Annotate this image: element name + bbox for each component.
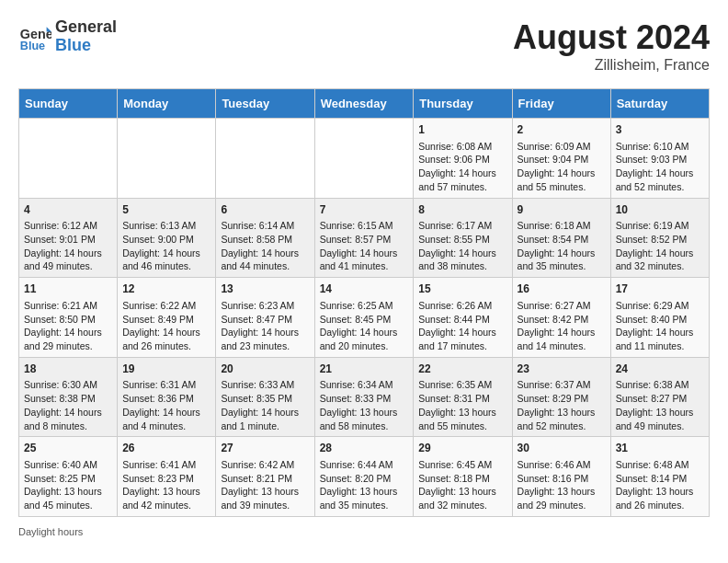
day-number: 8: [418, 202, 506, 218]
day-info: Sunrise: 6:37 AM: [518, 378, 606, 392]
logo-icon: General Blue: [18, 20, 51, 53]
day-info: Sunrise: 6:19 AM: [616, 219, 704, 233]
day-number: 21: [320, 362, 409, 377]
day-info: Sunrise: 6:13 AM: [122, 219, 210, 233]
day-number: 5: [122, 202, 210, 218]
calendar-cell: 15Sunrise: 6:26 AMSunset: 8:44 PMDayligh…: [414, 278, 512, 358]
calendar-cell: 5Sunrise: 6:13 AMSunset: 9:00 PMDaylight…: [118, 198, 216, 278]
day-info: Daylight: 13 hours and 58 minutes.: [320, 406, 409, 432]
calendar-cell: 31Sunrise: 6:48 AMSunset: 8:14 PMDayligh…: [610, 437, 709, 517]
calendar-cell: 28Sunrise: 6:44 AMSunset: 8:20 PMDayligh…: [314, 437, 414, 517]
day-info: Daylight: 14 hours and 52 minutes.: [616, 167, 704, 193]
calendar-cell: 26Sunrise: 6:41 AMSunset: 8:23 PMDayligh…: [118, 437, 216, 517]
day-number: 26: [122, 441, 210, 456]
day-info: Sunset: 8:25 PM: [24, 472, 112, 486]
day-info: Sunset: 9:06 PM: [418, 153, 506, 167]
day-info: Sunset: 8:14 PM: [616, 472, 704, 486]
calendar-cell: [314, 119, 414, 199]
calendar-cell: 12Sunrise: 6:22 AMSunset: 8:49 PMDayligh…: [118, 278, 216, 358]
calendar-cell: 7Sunrise: 6:15 AMSunset: 8:57 PMDaylight…: [314, 198, 414, 278]
day-info: Sunset: 8:16 PM: [518, 472, 606, 486]
calendar-cell: 17Sunrise: 6:29 AMSunset: 8:40 PMDayligh…: [610, 278, 709, 358]
day-info: Sunset: 8:38 PM: [24, 392, 112, 406]
day-number: 10: [616, 202, 704, 218]
day-info: Sunset: 9:03 PM: [616, 153, 704, 167]
day-info: Sunrise: 6:29 AM: [616, 299, 704, 313]
day-info: Sunset: 8:57 PM: [320, 233, 409, 247]
day-info: Sunset: 8:21 PM: [221, 472, 309, 486]
day-number: 16: [518, 282, 606, 297]
day-info: Daylight: 14 hours and 38 minutes.: [418, 247, 506, 273]
calendar-cell: 22Sunrise: 6:35 AMSunset: 8:31 PMDayligh…: [414, 357, 512, 437]
calendar-cell: 6Sunrise: 6:14 AMSunset: 8:58 PMDaylight…: [216, 198, 314, 278]
day-info: Sunset: 8:27 PM: [616, 392, 704, 406]
day-info: Sunrise: 6:35 AM: [418, 378, 506, 392]
day-number: 22: [418, 362, 506, 377]
day-info: Daylight: 14 hours and 17 minutes.: [418, 326, 506, 352]
day-info: Sunrise: 6:38 AM: [616, 378, 704, 392]
day-info: Daylight: 14 hours and 1 minute.: [221, 406, 309, 432]
day-info: Sunrise: 6:44 AM: [320, 458, 409, 472]
calendar-cell: 20Sunrise: 6:33 AMSunset: 8:35 PMDayligh…: [216, 357, 314, 437]
day-info: Sunset: 8:33 PM: [320, 392, 409, 406]
day-info: Sunrise: 6:21 AM: [24, 299, 112, 313]
title-block: August 2024 Zillisheim, France: [513, 18, 710, 74]
day-number: 9: [518, 202, 606, 218]
day-number: 6: [221, 202, 309, 218]
day-info: Daylight: 13 hours and 35 minutes.: [320, 485, 409, 511]
day-info: Sunset: 8:47 PM: [221, 313, 309, 327]
day-info: Sunrise: 6:23 AM: [221, 299, 309, 313]
day-info: Sunrise: 6:18 AM: [518, 219, 606, 233]
calendar-cell: 16Sunrise: 6:27 AMSunset: 8:42 PMDayligh…: [512, 278, 610, 358]
day-info: Daylight: 13 hours and 55 minutes.: [418, 406, 506, 432]
day-info: Sunrise: 6:31 AM: [122, 378, 210, 392]
svg-text:Blue: Blue: [20, 40, 45, 52]
day-info: Sunset: 8:52 PM: [616, 233, 704, 247]
page-title: August 2024: [513, 18, 710, 57]
day-info: Sunset: 9:04 PM: [518, 153, 606, 167]
calendar-cell: 1Sunrise: 6:08 AMSunset: 9:06 PMDaylight…: [414, 119, 512, 199]
footer: Daylight hours: [18, 526, 710, 537]
calendar-cell: 30Sunrise: 6:46 AMSunset: 8:16 PMDayligh…: [512, 437, 610, 517]
day-info: Daylight: 14 hours and 4 minutes.: [122, 406, 210, 432]
day-info: Sunset: 8:35 PM: [221, 392, 309, 406]
day-number: 31: [616, 441, 704, 456]
calendar-cell: 2Sunrise: 6:09 AMSunset: 9:04 PMDaylight…: [512, 119, 610, 199]
header-tuesday: Tuesday: [216, 89, 314, 119]
logo: General Blue General Blue: [18, 18, 117, 55]
day-info: Sunrise: 6:10 AM: [616, 140, 704, 154]
calendar-cell: 3Sunrise: 6:10 AMSunset: 9:03 PMDaylight…: [610, 119, 709, 199]
calendar-cell: 24Sunrise: 6:38 AMSunset: 8:27 PMDayligh…: [610, 357, 709, 437]
calendar-cell: 8Sunrise: 6:17 AMSunset: 8:55 PMDaylight…: [414, 198, 512, 278]
day-info: Daylight: 13 hours and 39 minutes.: [221, 485, 309, 511]
header-wednesday: Wednesday: [314, 89, 414, 119]
day-number: 14: [320, 282, 409, 297]
day-info: Daylight: 14 hours and 29 minutes.: [24, 326, 112, 352]
day-info: Daylight: 14 hours and 26 minutes.: [122, 326, 210, 352]
day-info: Sunset: 8:54 PM: [518, 233, 606, 247]
day-info: Daylight: 13 hours and 29 minutes.: [518, 485, 606, 511]
day-info: Daylight: 14 hours and 32 minutes.: [616, 247, 704, 273]
week-row-3: 11Sunrise: 6:21 AMSunset: 8:50 PMDayligh…: [19, 278, 710, 358]
day-info: Daylight: 14 hours and 20 minutes.: [320, 326, 409, 352]
day-info: Sunrise: 6:27 AM: [518, 299, 606, 313]
day-info: Daylight: 13 hours and 42 minutes.: [122, 485, 210, 511]
day-info: Daylight: 14 hours and 46 minutes.: [122, 247, 210, 273]
header-thursday: Thursday: [414, 89, 512, 119]
day-info: Sunset: 8:58 PM: [221, 233, 309, 247]
day-number: 28: [320, 441, 409, 456]
logo-line1: General: [55, 18, 117, 37]
day-number: 15: [418, 282, 506, 297]
day-info: Sunset: 8:23 PM: [122, 472, 210, 486]
day-number: 18: [24, 362, 112, 377]
day-info: Sunset: 8:55 PM: [418, 233, 506, 247]
day-info: Daylight: 13 hours and 26 minutes.: [616, 485, 704, 511]
week-row-5: 25Sunrise: 6:40 AMSunset: 8:25 PMDayligh…: [19, 437, 710, 517]
day-info: Daylight: 14 hours and 23 minutes.: [221, 326, 309, 352]
calendar-cell: 19Sunrise: 6:31 AMSunset: 8:36 PMDayligh…: [118, 357, 216, 437]
day-info: Daylight: 13 hours and 52 minutes.: [518, 406, 606, 432]
day-info: Sunrise: 6:45 AM: [418, 458, 506, 472]
calendar-cell: 27Sunrise: 6:42 AMSunset: 8:21 PMDayligh…: [216, 437, 314, 517]
day-info: Daylight: 14 hours and 14 minutes.: [518, 326, 606, 352]
day-number: 1: [418, 122, 506, 138]
